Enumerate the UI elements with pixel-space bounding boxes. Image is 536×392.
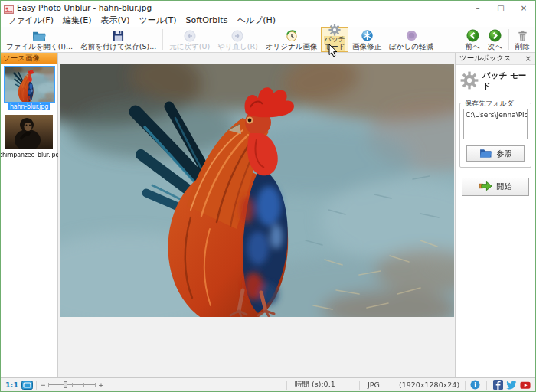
open-file-button[interactable]: ファイルを開く(I)... — [2, 27, 77, 52]
main-area: ソース画像 hahn-blur.jpg — [1, 53, 535, 377]
thumbnail-label-chimpanzee-blur[interactable]: chimpanzee_blur.jpg — [1, 152, 60, 158]
zoom-slider-track[interactable] — [48, 381, 96, 388]
info-icon[interactable]: i — [470, 380, 480, 390]
statusbar-separator — [286, 381, 287, 390]
history-clock-icon — [285, 29, 298, 43]
browse-label: 参照 — [497, 149, 512, 159]
previous-button[interactable]: 前へ — [462, 27, 484, 52]
delete-label: 削除 — [515, 43, 530, 51]
toolbar-separator — [508, 29, 509, 50]
photo-rooster-image — [60, 64, 454, 317]
next-label: 次へ — [488, 43, 502, 51]
youtube-icon[interactable] — [520, 381, 531, 390]
statusbar-separator — [391, 381, 391, 390]
blur-circle-icon — [406, 29, 417, 43]
prev-circle-icon — [466, 29, 479, 43]
photo-canvas[interactable] — [58, 53, 455, 377]
undo-button[interactable]: 元に戻す(U) — [165, 27, 214, 52]
menu-edit[interactable]: 編集(E) — [58, 15, 96, 27]
deblur-label: ぼかしの軽減 — [389, 43, 433, 51]
menu-help[interactable]: ヘルプ(H) — [232, 15, 280, 27]
minimize-button[interactable]: – — [466, 1, 489, 15]
next-button[interactable]: 次へ — [484, 27, 506, 52]
image-fix-button[interactable]: 画像修正 — [348, 27, 385, 52]
image-dimensions-field: (1920x1280x24) — [394, 381, 462, 389]
toolbar-spacer — [437, 27, 456, 52]
browse-folder-icon — [479, 148, 492, 159]
browse-button[interactable]: 参照 — [466, 145, 525, 162]
zoom-out-button[interactable]: − — [40, 381, 46, 389]
thumbnail-label-hahn-blur[interactable]: hahn-blur.jpg — [8, 103, 50, 110]
toolbox-header: ツールボックス × — [456, 53, 535, 65]
save-icon — [113, 29, 124, 43]
zoom-in-button[interactable]: + — [98, 381, 104, 389]
menu-file[interactable]: ファイル(F) — [3, 15, 58, 27]
fit-to-window-icon[interactable] — [21, 381, 33, 390]
statusbar-separator — [486, 381, 487, 390]
gear-icon — [328, 24, 341, 36]
thumbnail-chimpanzee-blur[interactable] — [5, 115, 54, 150]
batch-mode-title: バッチ モード — [482, 70, 531, 92]
save-folder-label: 保存先フォルダー — [463, 99, 522, 109]
save-folder-group: 保存先フォルダー C:\Users\Jenna\Pictures 参照 — [459, 103, 531, 168]
undo-icon — [184, 29, 196, 43]
toolbar-separator — [162, 29, 163, 50]
source-images-sidebar: ソース画像 hahn-blur.jpg — [1, 53, 58, 377]
toolbar: ファイルを開く(I)... 名前を付けて保存(S)... 元 — [1, 27, 535, 53]
file-format-field: JPG — [363, 381, 387, 389]
toolbar-separator — [459, 29, 459, 50]
save-as-button[interactable]: 名前を付けて保存(S)... — [77, 27, 160, 52]
trash-icon — [517, 29, 528, 43]
toolbox-close-button[interactable]: × — [525, 54, 531, 63]
delete-button[interactable]: 削除 — [511, 27, 534, 52]
window-title: Easy Photo Unblur - hahn-blur.jpg — [17, 3, 152, 12]
image-fix-label: 画像修正 — [352, 43, 381, 51]
menu-tools[interactable]: ツール(T) — [135, 15, 181, 27]
statusbar-separator — [36, 381, 37, 390]
zoom-slider[interactable]: − + — [40, 381, 104, 389]
app-icon — [4, 3, 14, 13]
open-folder-icon — [32, 29, 47, 43]
start-label: 開始 — [497, 181, 512, 192]
toolbox-panel: ツールボックス × — [455, 53, 535, 377]
save-as-label: 名前を付けて保存(S)... — [80, 43, 156, 51]
title-bar: Easy Photo Unblur - hahn-blur.jpg – □ × — [1, 1, 535, 15]
toolbox-title: ツールボックス — [459, 54, 511, 64]
undo-label: 元に戻す(U) — [169, 43, 210, 51]
redo-label: やり直し(R) — [217, 43, 258, 51]
maximize-button[interactable]: □ — [489, 1, 512, 15]
statusbar-separator — [359, 381, 360, 390]
mouse-cursor — [328, 44, 338, 59]
menu-view[interactable]: 表示(V) — [96, 15, 135, 27]
zoom-ratio-button[interactable]: 1:1 — [1, 381, 21, 389]
menu-softorbits[interactable]: SoftOrbits — [181, 15, 232, 27]
redo-button[interactable]: やり直し(R) — [214, 27, 262, 52]
zoom-slider-thumb[interactable] — [64, 381, 67, 388]
gear-icon-large — [460, 71, 479, 91]
deblur-button[interactable]: ぼかしの軽減 — [385, 27, 437, 52]
svg-text:i: i — [474, 381, 476, 389]
previous-label: 前へ — [466, 43, 480, 51]
statusbar-separator — [465, 381, 466, 390]
redo-icon — [231, 29, 243, 43]
status-bar: 1:1 − + 時間 (s):0.1 JPG — [1, 377, 535, 391]
save-folder-path-field[interactable]: C:\Users\Jenna\Pictures — [463, 109, 528, 139]
start-arrow-icon — [479, 181, 492, 193]
batch-mode-button[interactable]: バッチ モード — [321, 27, 348, 52]
open-file-label: ファイルを開く(I)... — [6, 43, 73, 51]
original-image-button[interactable]: オリジナル画像 — [262, 27, 322, 52]
next-circle-icon — [489, 29, 502, 43]
start-button[interactable]: 開始 — [462, 178, 529, 196]
app-window: Easy Photo Unblur - hahn-blur.jpg – □ × … — [0, 0, 536, 392]
original-image-label: オリジナル画像 — [266, 43, 318, 51]
batch-mode-section: バッチ モード — [456, 65, 535, 96]
facebook-icon[interactable] — [493, 380, 503, 390]
twitter-icon[interactable] — [506, 381, 517, 390]
processing-time-field: 時間 (s):0.1 — [290, 380, 356, 390]
source-images-header: ソース画像 — [1, 53, 57, 64]
snowflake-icon — [361, 29, 374, 43]
menu-bar: ファイル(F) 編集(E) 表示(V) ツール(T) SoftOrbits ヘル… — [1, 15, 535, 27]
thumbnail-hahn-blur[interactable] — [5, 67, 54, 102]
close-button[interactable]: × — [512, 1, 535, 15]
